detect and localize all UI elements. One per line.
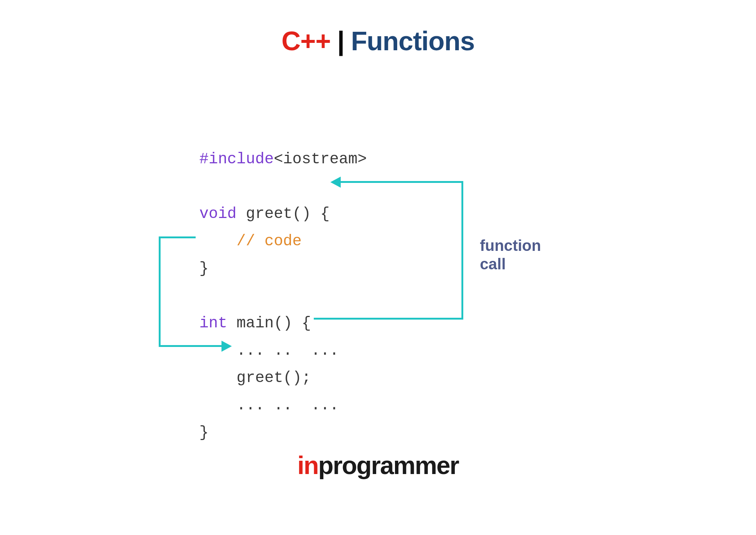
code-dots-2: ... .. ... bbox=[199, 396, 339, 414]
page-title: C++|Functions bbox=[0, 26, 756, 56]
arrow-call-right-v bbox=[461, 181, 463, 320]
code-greet-decl: greet() { bbox=[237, 205, 330, 223]
code-int-kw: int bbox=[199, 314, 227, 332]
annotation-line1: function bbox=[480, 237, 541, 254]
code-include-header: <iostream> bbox=[274, 150, 367, 168]
arrow-return-left-v bbox=[159, 236, 161, 347]
footer-rest: programmer bbox=[318, 451, 459, 479]
annotation-line2: call bbox=[480, 255, 506, 273]
arrow-call-right-h2 bbox=[340, 181, 463, 183]
footer-prefix: in bbox=[298, 451, 318, 479]
arrow-call-right-h1 bbox=[314, 318, 463, 320]
footer-logo: inprogrammer bbox=[0, 451, 756, 480]
arrow-return-left-h1 bbox=[159, 236, 196, 238]
code-include-kw: #include bbox=[199, 150, 274, 168]
code-main-decl: main() { bbox=[227, 314, 311, 332]
annotation-function-call: function call bbox=[480, 236, 541, 273]
code-block: #include<iostream> void greet() { // cod… bbox=[199, 118, 367, 446]
title-separator: | bbox=[337, 26, 344, 56]
title-lang: C++ bbox=[281, 26, 330, 56]
code-close-brace-1: } bbox=[199, 260, 209, 277]
code-void-kw: void bbox=[199, 205, 237, 223]
code-dots-1: ... .. ... bbox=[199, 342, 339, 359]
arrow-return-left-h2 bbox=[159, 345, 223, 347]
code-comment: // code bbox=[237, 232, 302, 250]
code-close-brace-2: } bbox=[199, 424, 209, 442]
title-topic: Functions bbox=[351, 26, 475, 56]
code-indent bbox=[199, 232, 237, 250]
arrow-return-left-head-icon bbox=[221, 341, 232, 352]
arrow-call-right-head-icon bbox=[330, 177, 341, 188]
code-greet-call: greet(); bbox=[199, 369, 311, 387]
